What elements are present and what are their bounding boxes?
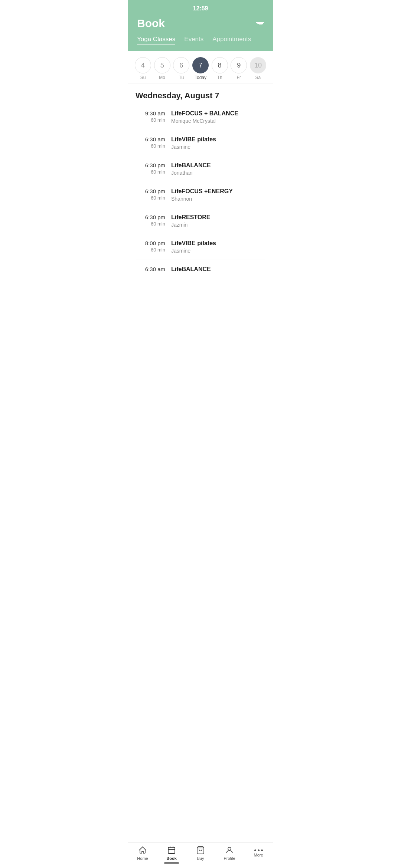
class-info-0: LifeFOCUS + BALANCE Monique McCrystal <box>171 110 265 124</box>
date-num-10: 10 <box>250 57 266 73</box>
class-info-1: LifeVIBE pilates Jasmine <box>171 136 265 150</box>
tab-appointments[interactable]: Appointments <box>212 36 251 45</box>
date-item-today[interactable]: 7 Today <box>192 57 209 80</box>
date-picker: 4 Su 5 Mo 6 Tu 7 Today 8 Th 9 Fr 10 Sa <box>128 51 273 83</box>
filter-icon[interactable] <box>256 22 264 24</box>
date-item-mon[interactable]: 5 Mo <box>153 57 171 80</box>
class-info-6: LifeBALANCE <box>171 266 265 274</box>
date-label-th: Th <box>217 75 222 80</box>
class-item-1[interactable]: 6:30 am 60 min LifeVIBE pilates Jasmine <box>136 130 265 156</box>
class-item-3[interactable]: 6:30 pm 60 min LifeFOCUS +ENERGY Shannon <box>136 182 265 208</box>
date-label-today: Today <box>195 75 206 80</box>
class-info-4: LifeRESTORE Jazmin <box>171 214 265 228</box>
class-info-5: LifeVIBE pilates Jasmine <box>171 240 265 254</box>
tabs: Yoga Classes Events Appointments <box>137 36 264 51</box>
class-time-2: 6:30 pm 60 min <box>136 162 165 175</box>
header-row: Book <box>137 14 264 36</box>
date-num-8: 8 <box>212 57 228 73</box>
class-time-3: 6:30 pm 60 min <box>136 188 165 201</box>
date-num-5: 5 <box>154 57 170 73</box>
class-time-0: 9:30 am 60 min <box>136 110 165 123</box>
date-label-tu: Tu <box>179 75 184 80</box>
class-time-4: 6:30 pm 60 min <box>136 214 165 227</box>
date-item-fri[interactable]: 9 Fr <box>230 57 248 80</box>
class-item-6[interactable]: 6:30 am LifeBALANCE <box>136 260 265 280</box>
date-num-4: 4 <box>135 57 151 73</box>
date-num-9: 9 <box>231 57 247 73</box>
class-time-1: 6:30 am 60 min <box>136 136 165 149</box>
class-item-5[interactable]: 8:00 pm 60 min LifeVIBE pilates Jasmine <box>136 234 265 260</box>
class-time-5: 8:00 pm 60 min <box>136 240 165 253</box>
date-item-tue[interactable]: 6 Tu <box>172 57 190 80</box>
class-list: 9:30 am 60 min LifeFOCUS + BALANCE Moniq… <box>128 104 273 280</box>
date-label-sa: Sa <box>255 75 261 80</box>
class-time-6: 6:30 am <box>136 266 165 273</box>
status-time: 12:59 <box>193 5 208 12</box>
date-item-sat[interactable]: 10 Sa <box>249 57 267 80</box>
date-item-sun[interactable]: 4 Su <box>134 57 152 80</box>
date-label-mo: Mo <box>159 75 165 80</box>
class-item-2[interactable]: 6:30 pm 60 min LifeBALANCE Jonathan <box>136 156 265 182</box>
date-num-7: 7 <box>192 57 209 73</box>
class-info-2: LifeBALANCE Jonathan <box>171 162 265 176</box>
date-item-thu[interactable]: 8 Th <box>211 57 229 80</box>
page-title: Book <box>137 17 165 30</box>
date-num-6: 6 <box>173 57 189 73</box>
class-info-3: LifeFOCUS +ENERGY Shannon <box>171 188 265 202</box>
class-item-4[interactable]: 6:30 pm 60 min LifeRESTORE Jazmin <box>136 208 265 234</box>
tab-events[interactable]: Events <box>184 36 203 45</box>
class-item-0[interactable]: 9:30 am 60 min LifeFOCUS + BALANCE Moniq… <box>136 104 265 130</box>
status-bar: 12:59 <box>137 0 264 14</box>
date-label-su: Su <box>140 75 146 80</box>
day-heading: Wednesday, August 7 <box>128 83 273 104</box>
date-label-fr: Fr <box>237 75 241 80</box>
header: 12:59 Book Yoga Classes Events Appointme… <box>128 0 273 51</box>
tab-yoga-classes[interactable]: Yoga Classes <box>137 36 175 45</box>
